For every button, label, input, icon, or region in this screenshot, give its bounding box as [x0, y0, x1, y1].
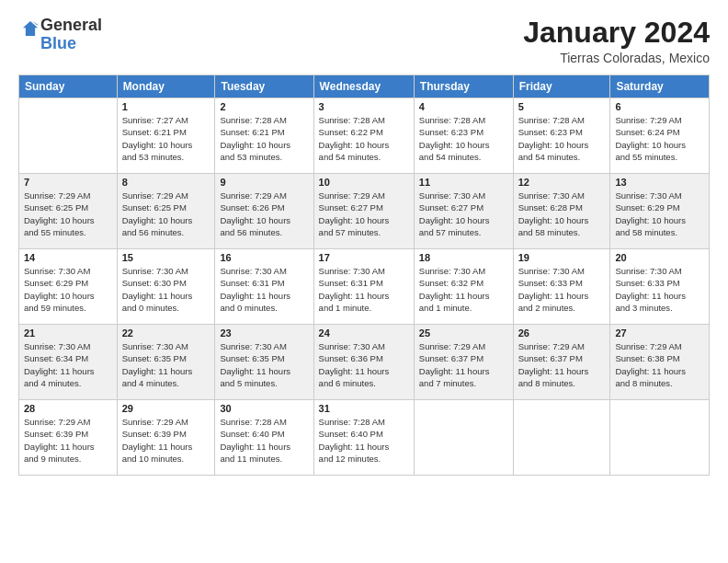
- calendar-body: 1Sunrise: 7:27 AM Sunset: 6:21 PM Daylig…: [19, 98, 710, 476]
- day-info: Sunrise: 7:30 AM Sunset: 6:31 PM Dayligh…: [319, 265, 409, 314]
- table-row: 5Sunrise: 7:28 AM Sunset: 6:23 PM Daylig…: [513, 98, 610, 174]
- header-thursday: Thursday: [414, 75, 513, 98]
- day-number: 18: [419, 252, 508, 263]
- page-header: General Blue January 2024 Tierras Colora…: [18, 17, 710, 65]
- calendar-header: Sunday Monday Tuesday Wednesday Thursday…: [19, 75, 710, 98]
- day-info: Sunrise: 7:29 AM Sunset: 6:38 PM Dayligh…: [615, 340, 704, 389]
- day-info: Sunrise: 7:30 AM Sunset: 6:34 PM Dayligh…: [24, 340, 112, 389]
- day-info: Sunrise: 7:30 AM Sunset: 6:35 PM Dayligh…: [122, 340, 210, 389]
- table-row: 11Sunrise: 7:30 AM Sunset: 6:27 PM Dayli…: [414, 174, 513, 249]
- day-number: 19: [518, 252, 606, 263]
- table-row: 1Sunrise: 7:27 AM Sunset: 6:21 PM Daylig…: [117, 98, 215, 174]
- day-number: 25: [419, 327, 508, 339]
- day-number: 10: [319, 177, 409, 188]
- header-saturday: Saturday: [610, 75, 710, 98]
- table-row: 22Sunrise: 7:30 AM Sunset: 6:35 PM Dayli…: [117, 325, 215, 400]
- day-number: 7: [24, 177, 112, 188]
- calendar-table: Sunday Monday Tuesday Wednesday Thursday…: [18, 75, 710, 476]
- day-info: Sunrise: 7:29 AM Sunset: 6:37 PM Dayligh…: [518, 340, 606, 389]
- day-info: Sunrise: 7:30 AM Sunset: 6:33 PM Dayligh…: [615, 265, 704, 314]
- day-info: Sunrise: 7:30 AM Sunset: 6:35 PM Dayligh…: [220, 340, 308, 389]
- table-row: 7Sunrise: 7:29 AM Sunset: 6:25 PM Daylig…: [19, 174, 118, 249]
- day-number: 12: [518, 177, 606, 188]
- table-row: 18Sunrise: 7:30 AM Sunset: 6:32 PM Dayli…: [414, 249, 513, 325]
- day-number: 20: [615, 252, 704, 263]
- table-row: [414, 400, 513, 476]
- day-info: Sunrise: 7:29 AM Sunset: 6:24 PM Dayligh…: [615, 114, 704, 163]
- table-row: 21Sunrise: 7:30 AM Sunset: 6:34 PM Dayli…: [19, 325, 118, 400]
- day-info: Sunrise: 7:29 AM Sunset: 6:25 PM Dayligh…: [24, 190, 112, 238]
- table-row: 26Sunrise: 7:29 AM Sunset: 6:37 PM Dayli…: [513, 325, 610, 400]
- table-row: 12Sunrise: 7:30 AM Sunset: 6:28 PM Dayli…: [513, 174, 610, 249]
- day-info: Sunrise: 7:28 AM Sunset: 6:21 PM Dayligh…: [220, 114, 308, 163]
- day-number: 31: [319, 403, 409, 414]
- logo-general: General: [40, 17, 102, 35]
- header-monday: Monday: [117, 75, 215, 98]
- day-number: 15: [122, 252, 210, 263]
- day-info: Sunrise: 7:28 AM Sunset: 6:23 PM Dayligh…: [419, 114, 508, 163]
- table-row: 3Sunrise: 7:28 AM Sunset: 6:22 PM Daylig…: [313, 98, 414, 174]
- day-number: 13: [615, 177, 704, 188]
- table-row: 28Sunrise: 7:29 AM Sunset: 6:39 PM Dayli…: [19, 400, 118, 476]
- day-number: 23: [220, 327, 308, 339]
- table-row: 29Sunrise: 7:29 AM Sunset: 6:39 PM Dayli…: [117, 400, 215, 476]
- day-number: 3: [319, 101, 409, 112]
- table-row: 19Sunrise: 7:30 AM Sunset: 6:33 PM Dayli…: [513, 249, 610, 325]
- title-block: January 2024 Tierras Coloradas, Mexico: [523, 17, 710, 65]
- day-info: Sunrise: 7:30 AM Sunset: 6:27 PM Dayligh…: [419, 190, 508, 238]
- day-info: Sunrise: 7:29 AM Sunset: 6:39 PM Dayligh…: [24, 416, 112, 465]
- day-number: 2: [220, 101, 308, 112]
- day-number: 6: [615, 101, 704, 112]
- location-subtitle: Tierras Coloradas, Mexico: [523, 51, 710, 65]
- day-info: Sunrise: 7:30 AM Sunset: 6:30 PM Dayligh…: [122, 265, 210, 314]
- day-number: 11: [419, 177, 508, 188]
- day-info: Sunrise: 7:30 AM Sunset: 6:31 PM Dayligh…: [220, 265, 308, 314]
- day-info: Sunrise: 7:30 AM Sunset: 6:36 PM Dayligh…: [319, 340, 409, 389]
- logo-blue: Blue: [40, 35, 102, 53]
- day-number: 29: [122, 403, 210, 414]
- day-info: Sunrise: 7:30 AM Sunset: 6:28 PM Dayligh…: [518, 190, 606, 238]
- table-row: 14Sunrise: 7:30 AM Sunset: 6:29 PM Dayli…: [19, 249, 118, 325]
- day-number: 27: [615, 327, 704, 339]
- day-number: 8: [122, 177, 210, 188]
- table-row: [513, 400, 610, 476]
- table-row: 30Sunrise: 7:28 AM Sunset: 6:40 PM Dayli…: [215, 400, 313, 476]
- header-wednesday: Wednesday: [313, 75, 414, 98]
- table-row: 27Sunrise: 7:29 AM Sunset: 6:38 PM Dayli…: [610, 325, 710, 400]
- day-number: 30: [220, 403, 308, 414]
- table-row: 20Sunrise: 7:30 AM Sunset: 6:33 PM Dayli…: [610, 249, 710, 325]
- table-row: 8Sunrise: 7:29 AM Sunset: 6:25 PM Daylig…: [117, 174, 215, 249]
- day-info: Sunrise: 7:29 AM Sunset: 6:26 PM Dayligh…: [220, 190, 308, 238]
- table-row: 4Sunrise: 7:28 AM Sunset: 6:23 PM Daylig…: [414, 98, 513, 174]
- table-row: 17Sunrise: 7:30 AM Sunset: 6:31 PM Dayli…: [313, 249, 414, 325]
- day-info: Sunrise: 7:29 AM Sunset: 6:39 PM Dayligh…: [122, 416, 210, 465]
- header-tuesday: Tuesday: [215, 75, 313, 98]
- day-number: 21: [24, 327, 112, 339]
- day-info: Sunrise: 7:29 AM Sunset: 6:25 PM Dayligh…: [122, 190, 210, 238]
- header-friday: Friday: [513, 75, 610, 98]
- day-number: 22: [122, 327, 210, 339]
- day-info: Sunrise: 7:28 AM Sunset: 6:22 PM Dayligh…: [319, 114, 409, 163]
- day-number: 17: [319, 252, 409, 263]
- day-info: Sunrise: 7:30 AM Sunset: 6:29 PM Dayligh…: [615, 190, 704, 238]
- table-row: 16Sunrise: 7:30 AM Sunset: 6:31 PM Dayli…: [215, 249, 313, 325]
- day-info: Sunrise: 7:27 AM Sunset: 6:21 PM Dayligh…: [122, 114, 210, 163]
- table-row: 15Sunrise: 7:30 AM Sunset: 6:30 PM Dayli…: [117, 249, 215, 325]
- day-number: 4: [419, 101, 508, 112]
- day-number: 28: [24, 403, 112, 414]
- table-row: 23Sunrise: 7:30 AM Sunset: 6:35 PM Dayli…: [215, 325, 313, 400]
- header-sunday: Sunday: [19, 75, 118, 98]
- day-info: Sunrise: 7:29 AM Sunset: 6:27 PM Dayligh…: [319, 190, 409, 238]
- table-row: 25Sunrise: 7:29 AM Sunset: 6:37 PM Dayli…: [414, 325, 513, 400]
- day-number: 1: [122, 101, 210, 112]
- table-row: 2Sunrise: 7:28 AM Sunset: 6:21 PM Daylig…: [215, 98, 313, 174]
- table-row: 10Sunrise: 7:29 AM Sunset: 6:27 PM Dayli…: [313, 174, 414, 249]
- day-info: Sunrise: 7:30 AM Sunset: 6:33 PM Dayligh…: [518, 265, 606, 314]
- day-info: Sunrise: 7:28 AM Sunset: 6:40 PM Dayligh…: [319, 416, 409, 465]
- day-number: 9: [220, 177, 308, 188]
- day-info: Sunrise: 7:30 AM Sunset: 6:32 PM Dayligh…: [419, 265, 508, 314]
- logo: General Blue: [18, 17, 102, 53]
- day-number: 14: [24, 252, 112, 263]
- logo-icon: [20, 18, 40, 39]
- table-row: 9Sunrise: 7:29 AM Sunset: 6:26 PM Daylig…: [215, 174, 313, 249]
